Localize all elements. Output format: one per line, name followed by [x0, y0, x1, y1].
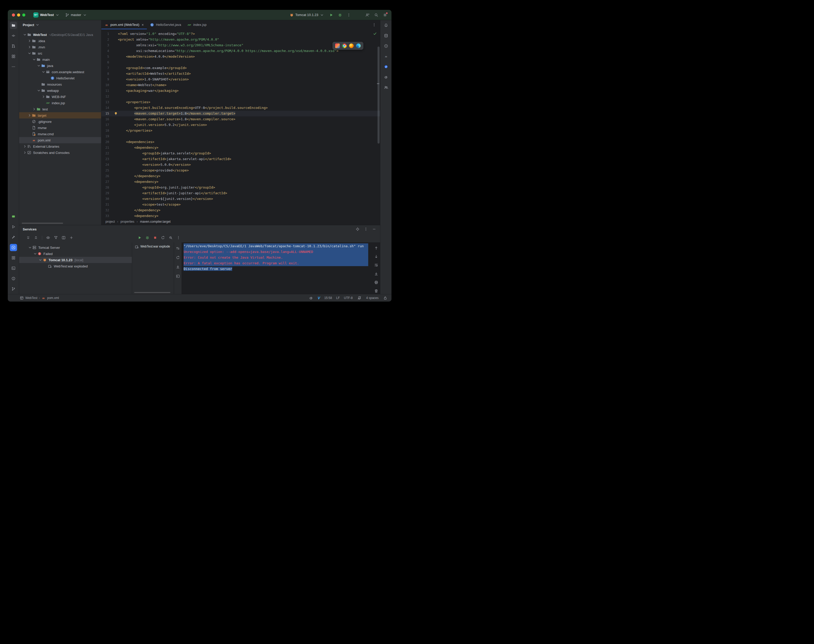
tree-item[interactable]: webapp — [19, 87, 101, 94]
tree-item[interactable]: .gitignore — [19, 118, 101, 125]
run-tool-icon[interactable] — [10, 223, 17, 230]
editor[interactable]: 1<?xml version="1.0" encoding="UTF-8"?>2… — [101, 29, 380, 218]
tree-item[interactable]: Failed — [19, 251, 132, 257]
show-options-icon[interactable] — [45, 234, 51, 241]
intention-bulb-icon[interactable] — [114, 112, 118, 116]
plugin-status-icon[interactable] — [308, 295, 314, 301]
code-line[interactable]: 7 <groupId>com.example</groupId> — [101, 65, 380, 71]
split-icon[interactable] — [60, 234, 67, 241]
code-with-me-button[interactable] — [364, 12, 371, 18]
tree-item[interactable]: java — [19, 63, 101, 69]
deployment-column[interactable]: WebTest:war explode — [132, 242, 174, 294]
tree-item[interactable]: .mvn — [19, 44, 101, 50]
arrow-down-icon[interactable] — [373, 253, 380, 259]
close-window-button[interactable] — [12, 14, 15, 17]
tree-item[interactable]: mpom.xml — [19, 137, 101, 143]
maven-tool-icon[interactable]: m — [382, 53, 390, 60]
tree-item[interactable]: test — [19, 106, 101, 112]
tree-item[interactable]: External Libraries — [19, 143, 101, 149]
firefox-icon[interactable] — [349, 43, 354, 48]
sort-icon[interactable] — [175, 245, 181, 251]
statusbar-file[interactable]: pom.xml — [47, 296, 59, 300]
more-vertical-icon[interactable] — [175, 234, 182, 241]
code-line[interactable]: 30 <version>${junit.version}</version> — [101, 196, 380, 202]
console-view-icon[interactable] — [175, 273, 181, 280]
project-horizontal-scrollbar[interactable] — [22, 223, 63, 224]
chevron-down-icon[interactable] — [28, 51, 32, 55]
chevron-right-icon[interactable] — [28, 39, 32, 43]
statusbar-project[interactable]: WebTest — [25, 296, 37, 300]
indent-indicator[interactable]: 4 spaces — [366, 296, 379, 300]
code-line[interactable]: 12 — [101, 94, 380, 99]
code-line[interactable]: 19 — [101, 133, 380, 139]
code-line[interactable]: 28 <groupId>org.junit.jupiter</groupId> — [101, 185, 380, 190]
notifications-icon[interactable] — [357, 295, 362, 301]
hide-icon[interactable] — [371, 226, 377, 233]
assistant-icon[interactable] — [382, 42, 390, 50]
code-line[interactable]: 20 <dependencies> — [101, 139, 380, 145]
version-control-icon[interactable] — [10, 285, 17, 293]
code-line[interactable]: 2<project xmlns="http://maven.apache.org… — [101, 37, 380, 42]
code-line[interactable]: 6 — [101, 60, 380, 65]
code-line[interactable]: 14 <project.build.sourceEncoding>UTF-8</… — [101, 105, 380, 111]
code-line[interactable]: 10 <name>WebTest</name> — [101, 82, 380, 88]
add-service-icon[interactable] — [68, 234, 75, 241]
tree-item[interactable]: resources — [19, 81, 101, 87]
notifications-icon[interactable] — [382, 22, 390, 29]
v-plugin-icon[interactable]: V — [318, 296, 320, 300]
search-everywhere-button[interactable] — [373, 12, 380, 18]
code-line[interactable]: 22 <groupId>jakarta.servlet</groupId> — [101, 150, 380, 156]
code-line[interactable]: 13 <properties> — [101, 99, 380, 105]
search-console-icon[interactable] — [167, 234, 174, 241]
chevron-right-icon[interactable] — [28, 45, 32, 49]
code-line[interactable]: 33 <dependency> — [101, 213, 380, 218]
database-icon[interactable] — [382, 32, 390, 39]
readonly-indicator[interactable] — [383, 295, 388, 301]
chevron-right-icon[interactable] — [41, 95, 46, 99]
tree-item[interactable]: target — [19, 112, 101, 118]
plugin-blue-icon[interactable] — [382, 63, 390, 71]
terminal-icon[interactable] — [10, 265, 17, 272]
code-line[interactable]: 27 <dependency> — [101, 179, 380, 185]
line-ending-indicator[interactable]: LF — [336, 296, 340, 300]
expand-all-icon[interactable] — [25, 234, 32, 241]
chevron-down-icon[interactable] — [28, 245, 32, 250]
chevron-down-icon[interactable] — [38, 258, 42, 262]
run-button[interactable] — [328, 12, 334, 18]
close-tab-icon[interactable]: × — [142, 23, 144, 27]
chevron-down-icon[interactable] — [32, 57, 36, 61]
tree-item[interactable]: Tomcat 10.1.23[local] — [19, 257, 132, 263]
tree-item[interactable]: JSPindex.jsp — [19, 100, 101, 106]
branch-widget[interactable]: master — [63, 12, 89, 18]
collapse-all-icon[interactable] — [32, 234, 39, 241]
chevron-down-icon[interactable] — [23, 32, 27, 37]
breadcrumb-item[interactable]: properties — [121, 220, 140, 224]
stop-icon[interactable] — [152, 234, 158, 241]
console-output[interactable]: "/Users/eve/Desktop/CS/JavaEE/1 JavaWeb/… — [181, 242, 373, 294]
chevron-down-icon[interactable] — [37, 64, 41, 68]
code-line[interactable]: 16 <maven.compiler.source>1.8</maven.com… — [101, 117, 380, 122]
structure-icon[interactable] — [10, 53, 17, 60]
problems-icon[interactable] — [10, 275, 17, 282]
code-line[interactable]: 24 <version>5.0.0</version> — [101, 162, 380, 167]
zoom-window-button[interactable] — [22, 14, 25, 17]
services-header[interactable]: Services — [19, 225, 380, 233]
tab-options-icon[interactable] — [371, 21, 377, 28]
services-icon[interactable] — [10, 244, 17, 251]
breadcrumb-item[interactable]: project — [106, 220, 121, 224]
tree-item[interactable]: main — [19, 57, 101, 63]
commit-icon[interactable] — [10, 32, 17, 39]
tree-item[interactable]: src — [19, 50, 101, 57]
minimize-window-button[interactable] — [17, 14, 20, 17]
more-vertical-icon[interactable] — [363, 226, 369, 233]
chevron-right-icon[interactable] — [32, 107, 36, 111]
code-line[interactable]: 15 <maven.compiler.target>1.8</maven.com… — [101, 111, 380, 117]
build-tool-icon[interactable] — [10, 233, 17, 241]
soft-wrap-icon[interactable] — [373, 262, 380, 268]
tree-item[interactable]: .idea — [19, 38, 101, 44]
code-line[interactable]: 29 <artifactId>junit-jupiter-api</artifa… — [101, 190, 380, 196]
idea-preview-icon[interactable] — [335, 43, 340, 48]
code-line[interactable]: 5 <modelVersion>4.0.0</modelVersion> — [101, 54, 380, 60]
run-config-selector[interactable]: Tomcat 10.1.23 — [288, 12, 326, 18]
chevron-right-icon[interactable] — [23, 144, 27, 149]
